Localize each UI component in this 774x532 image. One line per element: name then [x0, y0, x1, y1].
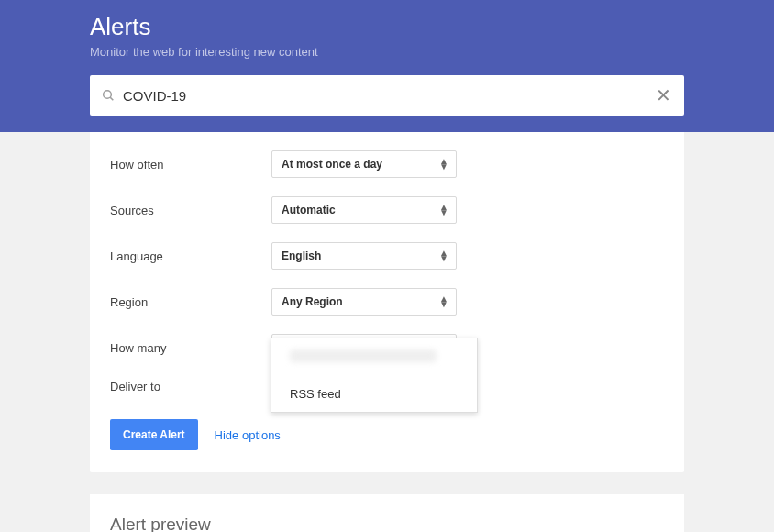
search-container: ✕	[90, 75, 684, 116]
chevron-updown-icon: ▲▼	[439, 159, 448, 170]
svg-point-0	[104, 91, 112, 99]
page-subtitle: Monitor the web for interesting new cont…	[90, 45, 684, 59]
select-value: Automatic	[282, 204, 336, 216]
row-how-often: How often At most once a day ▲▼	[110, 150, 664, 178]
create-alert-button[interactable]: Create Alert	[110, 419, 198, 450]
label-how-many: How many	[110, 341, 271, 355]
chevron-updown-icon: ▲▼	[439, 205, 448, 216]
label-sources: Sources	[110, 204, 271, 217]
deliver-to-dropdown: RSS feed	[271, 338, 478, 413]
options-card: How often At most once a day ▲▼ Sources …	[90, 132, 684, 472]
select-region[interactable]: Any Region ▲▼	[271, 288, 457, 316]
dropdown-item-email[interactable]	[271, 338, 477, 376]
page-title: Alerts	[90, 13, 684, 41]
select-sources[interactable]: Automatic ▲▼	[271, 196, 457, 224]
actions-row: Create Alert Hide options	[110, 419, 664, 450]
search-input[interactable]	[123, 88, 654, 104]
hide-options-link[interactable]: Hide options	[215, 428, 281, 442]
select-value: Any Region	[282, 295, 343, 308]
content: How often At most once a day ▲▼ Sources …	[90, 132, 684, 532]
label-region: Region	[110, 295, 271, 309]
select-language[interactable]: English ▲▼	[271, 242, 457, 270]
select-value: English	[282, 249, 321, 262]
header: Alerts Monitor the web for interesting n…	[0, 0, 774, 132]
svg-line-1	[110, 97, 113, 100]
label-language: Language	[110, 249, 271, 263]
label-deliver-to: Deliver to	[110, 380, 271, 393]
preview-card: Alert preview NEWS	[90, 494, 684, 532]
row-region: Region Any Region ▲▼	[110, 288, 664, 316]
row-language: Language English ▲▼	[110, 242, 664, 270]
row-sources: Sources Automatic ▲▼	[110, 196, 664, 224]
select-value: At most once a day	[282, 158, 382, 171]
dropdown-item-rss[interactable]: RSS feed	[271, 376, 477, 412]
label-how-often: How often	[110, 158, 271, 172]
redacted-email	[290, 349, 437, 362]
chevron-updown-icon: ▲▼	[439, 250, 448, 261]
chevron-updown-icon: ▲▼	[439, 296, 448, 307]
clear-icon[interactable]: ✕	[654, 86, 673, 105]
preview-title: Alert preview	[110, 515, 664, 532]
select-how-often[interactable]: At most once a day ▲▼	[271, 150, 457, 178]
search-icon	[101, 88, 116, 103]
